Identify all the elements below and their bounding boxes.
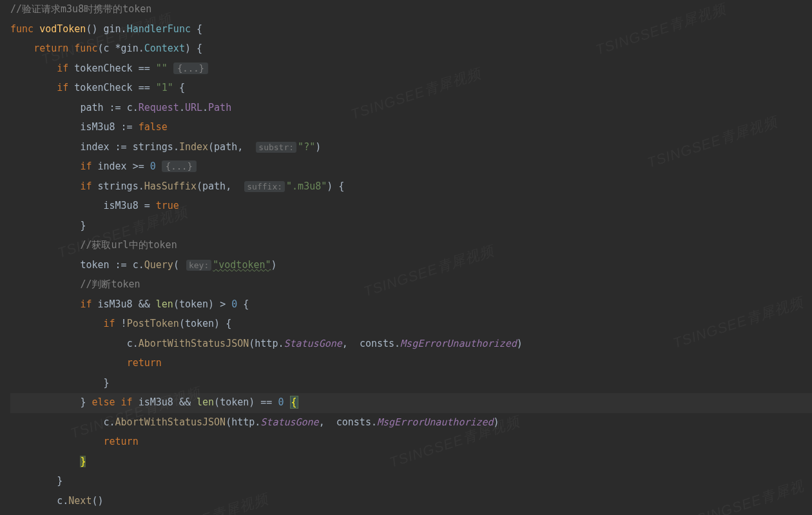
code-line: //获取url中的token [10,236,812,256]
code-line: c.Next() [10,492,812,512]
comment: //获取url中的token [80,239,177,251]
code-line: path := c.Request.URL.Path [10,99,812,119]
code-line: return func(c *gin.Context) { [10,39,812,59]
code-line: if strings.HasSuffix(path, suffix:".m3u8… [10,177,812,197]
code-line: c.AbortWithStatusJSON(http.StatusGone, c… [10,335,812,355]
comment: //验证请求m3u8时携带的token [10,3,151,15]
code-line: isM3u8 := false [10,118,812,138]
code-line: index := strings.Index(path, substr:"?") [10,138,812,158]
code-line: func vodToken() gin.HandlerFunc { [10,20,812,40]
code-line: if !PostToken(token) { [10,315,812,335]
code-line: c.AbortWithStatusJSON(http.StatusGone, c… [10,413,812,433]
param-hint: substr: [256,142,296,153]
comment: //判断token [80,278,140,290]
code-line: if tokenCheck == "1" { [10,79,812,99]
code-line: } else if isM3u8 && len(token) == 0 { [10,393,812,413]
code-line: } [10,472,812,492]
fold-marker[interactable]: {...} [173,63,208,74]
code-line: if isM3u8 && len(token) > 0 { [10,295,812,315]
brace-match: { [290,396,298,409]
code-line: if tokenCheck == "" {...} [10,59,812,79]
param-hint: key: [186,260,211,271]
code-line: token := c.Query( key:"vodtoken") [10,256,812,276]
code-line: return [10,432,812,452]
param-hint: suffix: [244,181,285,192]
code-line: return [10,354,812,374]
code-editor[interactable]: //验证请求m3u8时携带的token func vodToken() gin.… [0,0,812,511]
code-line: //判断token [10,275,812,295]
code-line: if index >= 0 {...} [10,157,812,177]
code-line: } [10,217,812,237]
code-line: } [10,374,812,394]
code-line: isM3u8 = true [10,197,812,217]
brace-match: } [80,456,86,467]
code-line: } [10,452,812,472]
fold-marker[interactable]: {...} [162,160,197,172]
code-line: //验证请求m3u8时携带的token [10,0,812,20]
